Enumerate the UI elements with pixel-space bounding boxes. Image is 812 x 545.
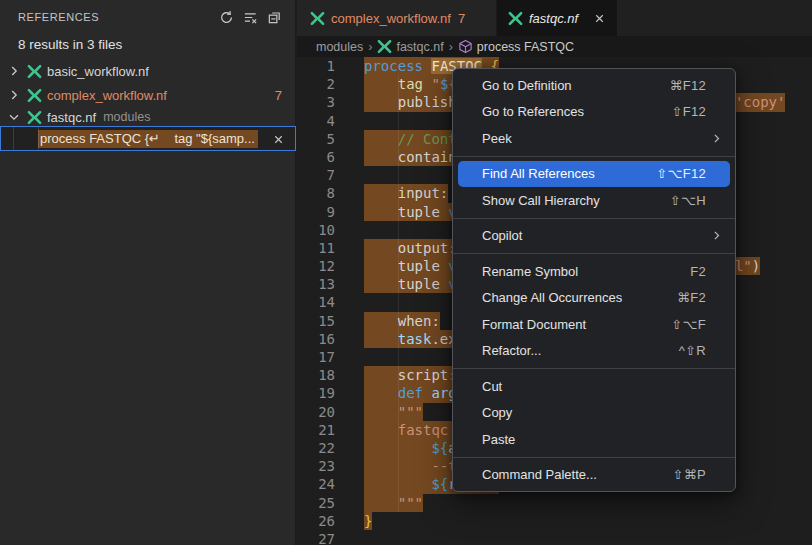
menu-item-label: Copy — [482, 405, 719, 420]
code-line-text: output: — [364, 239, 457, 257]
namespace-icon — [458, 39, 473, 54]
line-number: 10 — [297, 221, 344, 239]
results-summary: 8 results in 3 files — [18, 37, 122, 52]
code-line-text: fastqc \ — [364, 421, 465, 439]
menu-item-keybinding: ⌘F2 — [677, 290, 706, 305]
menu-item-keybinding: ^⇧R — [679, 343, 706, 358]
menu-item-label: Paste — [482, 432, 719, 447]
nextflow-icon — [26, 63, 42, 79]
line-number: 2 — [297, 75, 344, 93]
line-number: 27 — [297, 530, 344, 545]
refresh-icon[interactable] — [216, 7, 237, 28]
nextflow-icon — [26, 87, 42, 103]
menu-item-paste[interactable]: Paste — [458, 426, 730, 453]
line-number: 14 — [297, 293, 344, 311]
tab-label: complex_workflow.nf — [331, 11, 451, 26]
menu-item-label: Change All Occurrences — [482, 290, 677, 305]
file-description: modules — [103, 110, 150, 124]
tree-indent-guide — [38, 127, 39, 150]
code-line[interactable]: 26} — [297, 512, 812, 530]
line-number: 23 — [297, 457, 344, 475]
close-icon[interactable] — [590, 9, 608, 27]
breadcrumb-separator: › — [368, 40, 372, 54]
line-number: 13 — [297, 275, 344, 293]
reference-count-badge: 7 — [275, 88, 282, 103]
menu-item-label: Peek — [482, 131, 709, 146]
chevron-right-icon[interactable] — [6, 63, 22, 79]
menu-item-label: Cut — [482, 379, 719, 394]
code-line-text: input: — [364, 184, 448, 202]
menu-item-keybinding: ⇧⌘P — [673, 467, 706, 482]
menu-item-peek[interactable]: Peek — [458, 125, 730, 152]
menu-item-label: Show Call Hierarchy — [482, 193, 670, 208]
panel-title: REFERENCES — [18, 11, 99, 23]
menu-item-label: Rename Symbol — [482, 264, 690, 279]
menu-item-keybinding: ⇧⌥F12 — [656, 166, 706, 181]
close-icon[interactable] — [269, 130, 287, 148]
chevron-down-icon[interactable] — [6, 109, 22, 125]
nextflow-icon — [26, 109, 42, 125]
tab-fastqc-nf[interactable]: fastqc.nf — [497, 0, 617, 36]
tree-item-basic-workflow-nf[interactable]: basic_workflow.nf — [0, 60, 295, 82]
reference-result-text: process FASTQC {↵ tag "${samp... — [38, 130, 258, 148]
line-number: 26 — [297, 512, 344, 530]
line-number: 3 — [297, 93, 344, 111]
menu-item-copilot[interactable]: Copilot — [458, 223, 730, 250]
line-number: 25 — [297, 494, 344, 512]
line-number: 6 — [297, 148, 344, 166]
references-panel: REFERENCES 8 results in 3 files basic_wo… — [0, 0, 296, 545]
tab-bar: complex_workflow.nf7fastqc.nf — [297, 0, 812, 36]
menu-item-keybinding: F2 — [690, 264, 706, 279]
breadcrumb-item-fastqc-nf[interactable]: fastqc.nf — [396, 40, 443, 54]
menu-separator — [453, 156, 735, 157]
menu-item-format-document[interactable]: Format Document⇧⌥F — [458, 311, 730, 338]
collapse-all-icon[interactable] — [264, 7, 285, 28]
menu-item-label: Command Palette... — [482, 467, 673, 482]
line-number: 9 — [297, 203, 344, 221]
line-number: 19 — [297, 384, 344, 402]
menu-item-go-to-references[interactable]: Go to References⇧F12 — [458, 99, 730, 126]
line-number: 15 — [297, 312, 344, 330]
tree-item-fastqc-nf[interactable]: fastqc.nfmodules — [0, 106, 295, 128]
clear-all-icon[interactable] — [240, 7, 261, 28]
code-line-text: """ — [364, 403, 423, 421]
code-line[interactable]: 25 """ — [297, 494, 812, 512]
nextflow-icon — [309, 10, 325, 26]
code-line-text: when: — [364, 312, 440, 330]
panel-actions — [216, 7, 285, 28]
vscode-window: REFERENCES 8 results in 3 files basic_wo… — [0, 0, 812, 545]
code-line[interactable]: 27 — [297, 530, 812, 545]
code-line-text: """ — [364, 494, 423, 512]
menu-item-go-to-definition[interactable]: Go to Definition⌘F12 — [458, 72, 730, 99]
menu-separator — [453, 218, 735, 219]
reference-result-item[interactable]: process FASTQC {↵ tag "${samp... — [0, 126, 296, 151]
references-panel-header: REFERENCES — [0, 0, 295, 34]
breadcrumb-separator: › — [449, 40, 453, 54]
nextflow-icon — [377, 39, 392, 54]
menu-separator — [453, 457, 735, 458]
line-number: 5 — [297, 130, 344, 148]
line-number: 7 — [297, 166, 344, 184]
line-number: 20 — [297, 403, 344, 421]
breadcrumb-item-process-fastqc[interactable]: process FASTQC — [477, 40, 574, 54]
menu-item-show-call-hierarchy[interactable]: Show Call Hierarchy⇧⌥H — [458, 187, 730, 214]
nextflow-icon — [507, 10, 523, 26]
code-line-text: script: — [364, 366, 457, 384]
menu-item-cut[interactable]: Cut — [458, 373, 730, 400]
menu-item-rename-symbol[interactable]: Rename SymbolF2 — [458, 258, 730, 285]
menu-item-refactor[interactable]: Refactor...^⇧R — [458, 338, 730, 365]
line-number: 21 — [297, 421, 344, 439]
menu-item-find-all-references[interactable]: Find All References⇧⌥F12 — [458, 161, 730, 188]
file-name: complex_workflow.nf — [47, 88, 167, 103]
line-number: 8 — [297, 184, 344, 202]
chevron-right-icon[interactable] — [6, 87, 22, 103]
menu-item-copy[interactable]: Copy — [458, 400, 730, 427]
breadcrumb-item-modules[interactable]: modules — [316, 40, 363, 54]
menu-item-command-palette[interactable]: Command Palette...⇧⌘P — [458, 462, 730, 489]
tree-item-complex-workflow-nf[interactable]: complex_workflow.nf7 — [0, 84, 295, 106]
line-number: 1 — [297, 57, 344, 75]
tab-complex-workflow-nf[interactable]: complex_workflow.nf7 — [297, 0, 497, 36]
menu-item-label: Refactor... — [482, 343, 679, 358]
menu-item-change-all-occurrences[interactable]: Change All Occurrences⌘F2 — [458, 285, 730, 312]
line-number: 11 — [297, 239, 344, 257]
